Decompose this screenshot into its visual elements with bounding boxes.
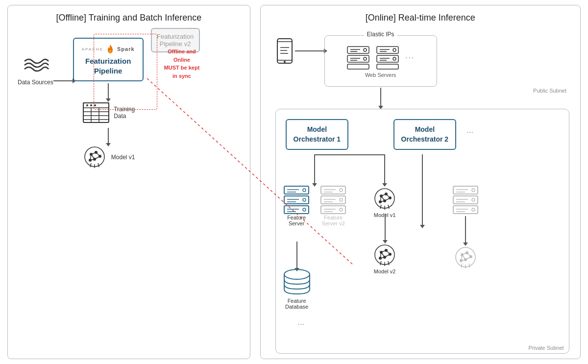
feature-server-to-db-arrow <box>296 242 297 268</box>
svg-point-48 <box>393 49 396 51</box>
svg-rect-107 <box>453 206 478 214</box>
svg-point-114 <box>472 189 475 192</box>
svg-line-89 <box>388 205 389 209</box>
svg-point-90 <box>375 245 394 265</box>
orchestrator1-box: ModelOrchestrator 1 <box>286 119 348 150</box>
main-container: [Offline] Training and Batch Inference D… <box>0 0 588 364</box>
svg-point-75 <box>375 189 394 208</box>
svg-point-59 <box>303 189 306 192</box>
svg-line-131 <box>469 264 470 267</box>
feature-database-label: FeatureDatabase <box>285 298 308 310</box>
svg-point-72 <box>340 198 343 201</box>
feature-server-section: FeatureServer <box>283 185 310 226</box>
elastic-ips-label: Elastic IPs <box>364 31 397 38</box>
servers-to-orchestrator-arrow <box>380 88 381 106</box>
brain-icon-orch2 <box>452 244 479 271</box>
orch2-brain-section <box>452 244 479 271</box>
left-panel-title: [Offline] Training and Batch Inference <box>56 13 201 23</box>
svg-line-82 <box>386 194 390 198</box>
model-v2-label: Model v2 <box>374 268 396 274</box>
svg-line-100 <box>381 252 385 257</box>
offline-online-note: Offline andOnlineMUST be keptin sync <box>160 48 204 80</box>
web-servers-label: Web Servers <box>325 72 437 78</box>
public-subnet-label: Public Subnet <box>533 88 566 94</box>
svg-line-102 <box>380 261 381 265</box>
svg-line-127 <box>462 255 466 260</box>
elastic-ips-box: Elastic IPs <box>324 35 437 87</box>
right-panel: [Online] Real-time Inference <box>260 5 581 359</box>
ellipsis-top: ··· <box>188 24 195 33</box>
model-v2-section: Model v2 <box>371 242 398 274</box>
svg-rect-34 <box>347 64 369 69</box>
web-server-icon-2 <box>376 46 399 70</box>
database-icon <box>282 268 312 298</box>
svg-point-2 <box>86 104 88 106</box>
orch1-to-modelv1-vert <box>384 154 385 184</box>
svg-rect-62 <box>321 186 345 194</box>
svg-line-85 <box>381 196 385 201</box>
mobile-icon-section <box>275 38 294 65</box>
svg-line-98 <box>385 254 390 257</box>
table-to-model-arrow <box>108 128 109 144</box>
svg-rect-52 <box>284 206 309 214</box>
left-panel: [Offline] Training and Batch Inference D… <box>7 5 250 359</box>
right-content: Elastic IPs <box>270 33 570 351</box>
svg-point-116 <box>472 208 475 211</box>
orch2-server-icon <box>452 185 479 215</box>
mobile-to-servers-arrow <box>295 50 324 51</box>
orch2server-down-arrow <box>465 216 466 243</box>
web-server-icon-1 <box>346 46 370 70</box>
svg-rect-43 <box>377 64 398 69</box>
feature-database-section: FeatureDatabase <box>282 268 312 310</box>
data-sources-section: Data Sources <box>18 52 53 86</box>
feature-server-label: FeatureServer <box>287 215 306 226</box>
svg-rect-106 <box>453 196 478 204</box>
svg-line-87 <box>380 205 381 209</box>
orch1-to-modelv1-horiz <box>314 154 385 155</box>
svg-line-83 <box>385 198 390 201</box>
orchestrator2-title: ModelOrchestrator 2 <box>401 125 448 144</box>
feature-server-icon <box>283 185 310 215</box>
svg-line-22 <box>90 163 91 167</box>
orchestrator1-title: ModelOrchestrator 1 <box>294 125 341 144</box>
svg-point-71 <box>340 189 343 192</box>
svg-line-97 <box>386 250 390 254</box>
svg-point-40 <box>364 57 367 60</box>
svg-rect-105 <box>453 186 478 194</box>
svg-rect-63 <box>321 196 345 204</box>
private-subnet-box: Private Subnet ModelOrchestrator 1 Model… <box>275 109 569 354</box>
data-sources-label: Data Sources <box>18 79 53 86</box>
modelv1-to-modelv2-arrow <box>385 214 386 241</box>
svg-rect-64 <box>321 206 345 214</box>
svg-rect-32 <box>347 47 369 53</box>
svg-rect-33 <box>347 55 369 62</box>
svg-rect-41 <box>377 47 398 53</box>
svg-line-124 <box>467 253 471 257</box>
mobile-icon <box>275 38 294 65</box>
svg-point-61 <box>303 208 306 211</box>
svg-line-125 <box>466 257 471 260</box>
svg-rect-50 <box>284 186 309 194</box>
feature-server-v2-label: FeatureServer v2 <box>322 215 345 226</box>
brain-icon-left <box>81 144 108 170</box>
brain-icon-model-v2 <box>371 242 398 268</box>
orchestrator2-box: ModelOrchestrator 2 <box>393 119 456 150</box>
svg-point-3 <box>90 104 92 106</box>
feature-server-v2-section: FeatureServer v2 <box>320 185 347 226</box>
svg-point-60 <box>303 198 306 201</box>
brain-icon-model-v1 <box>371 185 398 212</box>
ellipsis-web-servers: ··· <box>405 53 415 62</box>
web-servers-row: ··· <box>325 46 437 70</box>
svg-point-73 <box>340 208 343 211</box>
data-sources-icon <box>22 52 49 77</box>
model-v1-section-right: Model v1 <box>371 185 398 218</box>
right-panel-title: [Online] Real-time Inference <box>366 13 475 23</box>
feature-server-v2-icon <box>320 185 347 215</box>
svg-line-24 <box>98 163 99 167</box>
dotted-red-box <box>94 34 157 110</box>
svg-point-74 <box>284 269 310 279</box>
svg-line-18 <box>95 156 100 159</box>
model-v1-label-left: Model v1 <box>111 154 135 161</box>
svg-line-17 <box>96 152 100 156</box>
svg-point-10 <box>85 147 104 167</box>
